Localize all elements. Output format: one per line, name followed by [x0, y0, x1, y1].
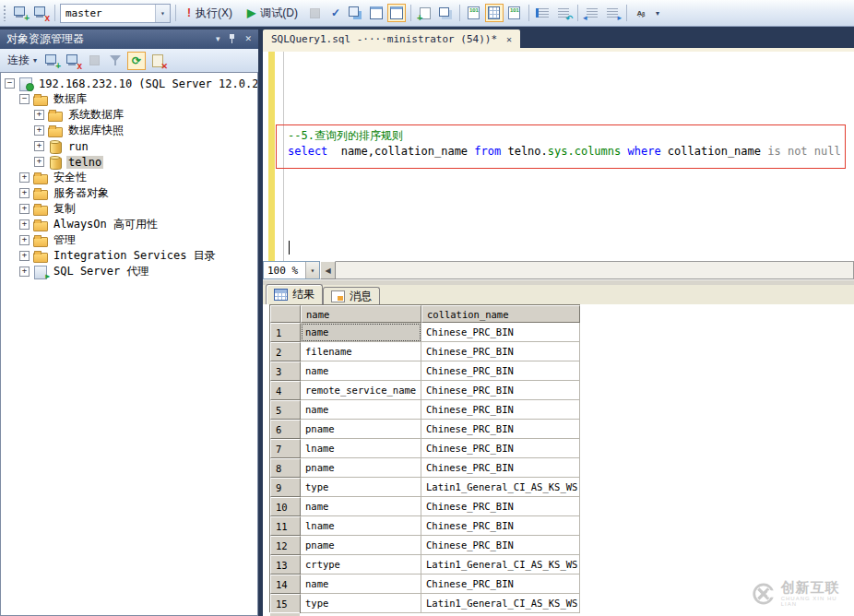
data-cell[interactable]: filename	[301, 342, 421, 361]
zoom-level-combo[interactable]: 100 % ▾	[263, 261, 320, 279]
row-number-cell[interactable]: 15	[270, 594, 301, 613]
tree-item-label[interactable]: 系统数据库	[66, 107, 125, 123]
data-cell[interactable]: crtype	[301, 555, 421, 575]
hscroll-track[interactable]	[336, 261, 854, 279]
data-cell[interactable]: name	[301, 361, 421, 381]
query-designer-icon[interactable]	[367, 4, 385, 22]
data-cell[interactable]: type	[301, 478, 421, 497]
tree-item-databases[interactable]: −数据库	[1, 91, 257, 107]
query-options-icon[interactable]	[387, 4, 406, 22]
window-menu-chevron-icon[interactable]: ▾	[216, 35, 220, 43]
results-to-file-icon[interactable]	[505, 4, 524, 22]
data-cell[interactable]: pname	[301, 458, 421, 478]
execute-button[interactable]: !执行(X)	[181, 3, 239, 23]
tree-item-database-snapshots[interactable]: +数据库快照	[1, 123, 257, 138]
tree-item-alwayson[interactable]: +AlwaysOn 高可用性	[1, 217, 257, 232]
data-cell[interactable]: remote_service_name	[301, 381, 421, 400]
uncomment-icon[interactable]	[554, 4, 573, 22]
tab-sqlquery1[interactable]: SQLQuery1.sql -····ministrator (54))* ✕	[263, 30, 520, 48]
results-grid[interactable]: namecollation_name1nameChinese_PRC_BIN2f…	[269, 304, 580, 613]
row-number-cell[interactable]: 10	[270, 497, 301, 516]
data-cell[interactable]: Chinese_PRC_BIN	[421, 516, 580, 536]
data-cell[interactable]: pname	[301, 536, 421, 555]
expand-toggle[interactable]: +	[19, 172, 30, 183]
tab-results[interactable]: 结果	[266, 284, 323, 304]
tab-messages[interactable]: 消息	[323, 287, 380, 304]
data-cell[interactable]: pname	[301, 420, 421, 439]
oe-remove-script-icon[interactable]	[148, 52, 167, 70]
data-cell[interactable]: Chinese_PRC_BIN	[421, 420, 580, 439]
data-cell[interactable]: lname	[301, 439, 421, 458]
connect-button[interactable]: 连接 ▾	[5, 53, 40, 68]
expand-toggle[interactable]: +	[19, 267, 30, 277]
database-combo[interactable]: master▾	[60, 4, 171, 23]
tree-item-label[interactable]: 数据库快照	[66, 123, 125, 138]
template-parameters-icon[interactable]	[416, 4, 434, 22]
estimated-plan-icon[interactable]	[347, 4, 365, 22]
tree-item-label[interactable]: 服务器对象	[52, 185, 111, 201]
data-cell[interactable]: type	[301, 594, 421, 613]
toolbar-grip[interactable]	[3, 5, 7, 21]
data-cell[interactable]: Chinese_PRC_BIN	[421, 458, 580, 478]
oe-disconnect-icon[interactable]: x	[64, 52, 82, 70]
tree-item-label[interactable]: AlwaysOn 高可用性	[52, 217, 160, 232]
row-number-cell[interactable]: 7	[270, 439, 301, 458]
oe-refresh-icon[interactable]: ⟳	[127, 52, 146, 70]
object-explorer-tree[interactable]: −192.168.232.10 (SQL Server 12.0.2000 -−…	[0, 72, 258, 616]
data-cell[interactable]: Chinese_PRC_BIN	[421, 361, 580, 381]
template-values-icon[interactable]: A̦ᵦ	[632, 4, 650, 22]
data-cell[interactable]: Chinese_PRC_BIN	[421, 536, 580, 555]
increase-indent-icon[interactable]	[603, 4, 622, 22]
tree-item-management[interactable]: +管理	[1, 232, 257, 248]
expand-toggle[interactable]: +	[34, 157, 44, 167]
corner-header-cell[interactable]	[270, 305, 301, 323]
row-number-cell[interactable]: 1	[270, 323, 301, 342]
row-number-cell[interactable]: 14	[270, 575, 301, 594]
tree-item-label[interactable]: telno	[66, 156, 103, 169]
data-cell[interactable]: Chinese_PRC_BIN	[421, 323, 580, 342]
tree-item-sql-server-agent[interactable]: +SQL Server 代理	[1, 264, 257, 279]
tree-item-label[interactable]: 数据库	[52, 91, 89, 107]
data-cell[interactable]: Chinese_PRC_BIN	[421, 342, 580, 361]
pin-icon[interactable]	[228, 34, 236, 44]
row-number-cell[interactable]: 6	[270, 420, 301, 439]
data-cell[interactable]: name	[301, 323, 421, 342]
client-statistics-icon[interactable]	[436, 4, 455, 22]
combo-dropdown-arrow-icon[interactable]: ▾	[155, 5, 170, 22]
tree-item-label[interactable]: run	[66, 140, 90, 153]
data-cell[interactable]: name	[301, 400, 421, 420]
tree-item-run[interactable]: +run	[1, 138, 257, 154]
comment-icon[interactable]	[534, 4, 552, 22]
results-to-grid-icon[interactable]	[485, 4, 504, 22]
row-number-cell[interactable]: 5	[270, 400, 301, 420]
data-cell[interactable]: name	[301, 575, 421, 594]
row-number-cell[interactable]: 12	[270, 536, 301, 555]
tree-item-label[interactable]: 管理	[52, 232, 77, 248]
tree-item-server-objects[interactable]: +服务器对象	[1, 185, 257, 201]
connect-icon[interactable]: +	[11, 4, 30, 22]
data-cell[interactable]: Latin1_General_CI_AS_KS_WS	[421, 478, 580, 497]
row-number-cell[interactable]: 11	[270, 516, 301, 536]
expand-toggle[interactable]: +	[19, 219, 30, 230]
expand-toggle[interactable]: +	[19, 251, 30, 261]
tree-item-label[interactable]: Integration Services 目录	[52, 248, 218, 264]
data-cell[interactable]: Chinese_PRC_BIN	[421, 439, 580, 458]
row-number-cell[interactable]: 3	[270, 361, 301, 381]
row-number-cell[interactable]: 2	[270, 342, 301, 361]
expand-toggle[interactable]: +	[19, 204, 30, 214]
tab-close-icon[interactable]: ✕	[506, 34, 512, 44]
tree-item-label[interactable]: 192.168.232.10 (SQL Server 12.0.2000 -	[37, 77, 258, 90]
data-cell[interactable]: Chinese_PRC_BIN	[421, 497, 580, 516]
data-cell[interactable]: name	[301, 497, 421, 516]
parse-icon[interactable]: ✓	[326, 4, 345, 22]
oe-filter-icon[interactable]	[106, 52, 125, 70]
data-cell[interactable]: Chinese_PRC_BIN	[421, 381, 580, 400]
collapse-toggle[interactable]: −	[19, 94, 30, 104]
hscroll-left-arrow[interactable]: ◀	[320, 261, 336, 279]
row-number-cell[interactable]: 8	[270, 458, 301, 478]
object-explorer-titlebar[interactable]: 对象资源管理器 ▾ ✕	[0, 30, 258, 49]
tree-item-label[interactable]: 复制	[52, 201, 77, 217]
tree-item-label[interactable]: SQL Server 代理	[52, 264, 150, 279]
collapse-toggle[interactable]: −	[5, 78, 15, 89]
data-cell[interactable]: lname	[301, 516, 421, 536]
